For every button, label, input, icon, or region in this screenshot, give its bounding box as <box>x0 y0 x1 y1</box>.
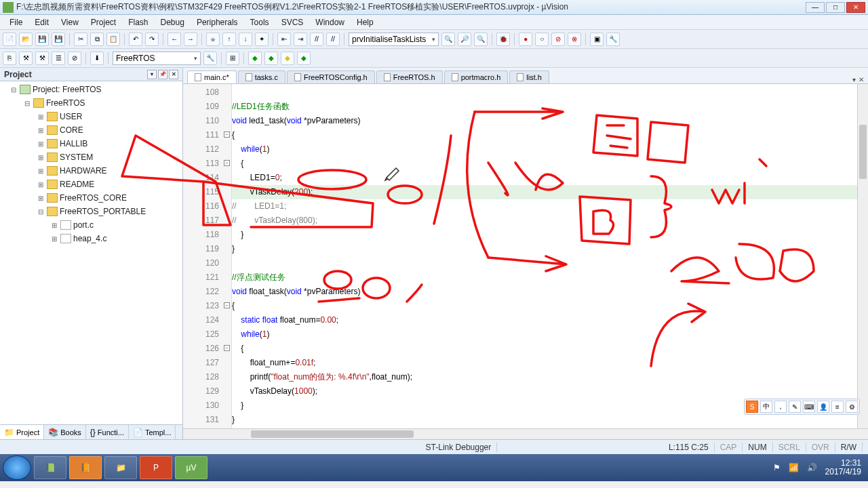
new-button[interactable]: 📄 <box>3 33 16 46</box>
nav-fwd-button[interactable]: → <box>184 33 197 46</box>
manage-button[interactable]: ⊞ <box>226 52 239 65</box>
find-in-files-button[interactable]: 🔎 <box>458 33 471 46</box>
incremental-find-button[interactable]: 🔍 <box>474 33 488 46</box>
tree-group-freertos_portable[interactable]: ⊟FreeRTOS_PORTABLE <box>0 205 182 218</box>
file-tab-tasks-c[interactable]: tasks.c <box>238 70 285 83</box>
manage-rte-button[interactable]: ◆ <box>248 52 262 65</box>
open-button[interactable]: 📂 <box>19 33 33 46</box>
tab-close-icon[interactable]: ✕ <box>859 76 864 83</box>
tray-volume-icon[interactable]: 🔊 <box>807 463 817 472</box>
tree-group-system[interactable]: ⊞SYSTEM <box>0 150 182 164</box>
debug-button[interactable]: 🐞 <box>496 33 510 46</box>
pane-pin-icon[interactable]: 📌 <box>158 70 167 79</box>
windows-taskbar[interactable]: 📗 📙 📁 P µV ⚑ 📶 🔊 12:31 2017/4/19 <box>0 454 868 481</box>
pane-close-icon[interactable]: ✕ <box>169 70 178 79</box>
breakpoint-kill-all-button[interactable]: ⊗ <box>568 33 581 46</box>
task-uvision[interactable]: µV <box>175 456 208 479</box>
tray-flag-icon[interactable]: ⚑ <box>773 463 781 472</box>
tree-target[interactable]: ⊟FreeRTOS <box>0 96 182 110</box>
indent-button[interactable]: ⇤ <box>277 33 291 46</box>
menu-project[interactable]: Project <box>85 16 121 28</box>
pane-tab-templ[interactable]: 📄Templ... <box>129 425 176 439</box>
build-button[interactable]: ⚒ <box>19 52 33 65</box>
ime-punct-button[interactable]: ， <box>774 401 787 413</box>
pack-install-button[interactable]: ◆ <box>281 52 294 65</box>
comment-button[interactable]: // <box>310 33 323 46</box>
menu-help[interactable]: Help <box>351 16 379 28</box>
menu-view[interactable]: View <box>56 16 84 28</box>
file-tab-main-c-[interactable]: main.c* <box>187 70 237 83</box>
ime-input-button[interactable]: ✎ <box>789 401 801 413</box>
uncomment-button[interactable]: // <box>326 33 340 46</box>
nav-back-button[interactable]: ← <box>167 33 181 46</box>
rebuild-button[interactable]: ⚒ <box>35 52 49 65</box>
bookmark-button[interactable]: ⍟ <box>206 33 220 46</box>
task-app-1[interactable]: 📗 <box>34 456 66 479</box>
find-button[interactable]: 🔍 <box>441 33 455 46</box>
find-combo[interactable]: prvInitialiseTaskLists <box>349 33 439 46</box>
code-area[interactable]: 108109110111−112113−11411511611711811912… <box>183 84 868 428</box>
file-tab-portmacro-h[interactable]: portmacro.h <box>444 70 509 83</box>
ime-logo-icon[interactable]: S <box>746 401 758 413</box>
task-powerpoint[interactable]: P <box>140 456 172 479</box>
pack-button[interactable]: ◆ <box>297 52 311 65</box>
menu-edit[interactable]: Edit <box>29 16 54 28</box>
maximize-button[interactable]: □ <box>826 2 845 13</box>
breakpoint-button[interactable]: ● <box>519 33 532 46</box>
file-tab-list-h[interactable]: list.h <box>509 70 549 83</box>
bookmark-clear-button[interactable]: ✦ <box>255 33 269 46</box>
menu-window[interactable]: Window <box>310 16 350 28</box>
target-options-button[interactable]: 🔧 <box>203 52 217 65</box>
menu-svcs[interactable]: SVCS <box>276 16 309 28</box>
target-combo[interactable]: FreeRTOS <box>113 52 201 65</box>
ime-lang-button[interactable]: 中 <box>760 401 772 413</box>
pane-tab-books[interactable]: 📚Books <box>44 425 86 439</box>
pane-tab-project[interactable]: 📁Project <box>0 425 44 439</box>
menu-file[interactable]: File <box>4 16 28 28</box>
tree-file-port-c[interactable]: ⊞port.c <box>0 218 182 232</box>
project-tree[interactable]: ⊟Project: FreeRTOS⊟FreeRTOS⊞USER⊞CORE⊞HA… <box>0 81 182 424</box>
batch-build-button[interactable]: ☰ <box>52 52 65 65</box>
pane-tab-functi[interactable]: {}Functi... <box>86 425 129 439</box>
save-all-button[interactable]: 💾 <box>52 33 65 46</box>
translate-button[interactable]: ⎘ <box>3 52 16 65</box>
tree-file-heap_4-c[interactable]: ⊞heap_4.c <box>0 232 182 245</box>
ime-menu-button[interactable]: ≡ <box>831 401 844 413</box>
ime-skin-button[interactable]: 👤 <box>817 401 829 413</box>
pane-dropdown-icon[interactable]: ▾ <box>147 70 157 79</box>
tree-group-user[interactable]: ⊞USER <box>0 110 182 123</box>
bookmark-next-button[interactable]: ↓ <box>239 33 252 46</box>
copy-button[interactable]: ⧉ <box>90 33 104 46</box>
tree-group-hardware[interactable]: ⊞HARDWARE <box>0 164 182 178</box>
tray-network-icon[interactable]: 📶 <box>789 463 799 472</box>
save-button[interactable]: 💾 <box>35 33 49 46</box>
undo-button[interactable]: ↶ <box>129 33 142 46</box>
outdent-button[interactable]: ⇥ <box>294 33 307 46</box>
vertical-scrollbar[interactable] <box>857 84 868 428</box>
breakpoint-disable-button[interactable]: ○ <box>535 33 549 46</box>
tab-list-icon[interactable]: ▾ <box>852 76 856 83</box>
bookmark-prev-button[interactable]: ↑ <box>222 33 236 46</box>
tray-clock[interactable]: 12:31 2017/4/19 <box>825 459 861 476</box>
ime-toolbar[interactable]: S 中 ， ✎ ⌨ 👤 ≡ ⚙ <box>744 399 860 415</box>
menu-flash[interactable]: Flash <box>123 16 153 28</box>
close-button[interactable]: ✕ <box>846 2 865 13</box>
menu-debug[interactable]: Debug <box>155 16 190 28</box>
code-text[interactable]: //LED1任务函数void led1_task(void *pvParamet… <box>232 84 857 428</box>
configure-button[interactable]: 🔧 <box>606 33 620 46</box>
menu-peripherals[interactable]: Peripherals <box>191 16 243 28</box>
ime-keyboard-button[interactable]: ⌨ <box>803 401 815 413</box>
cut-button[interactable]: ✂ <box>74 33 87 46</box>
tree-group-freertos_core[interactable]: ⊞FreeRTOS_CORE <box>0 191 182 205</box>
paste-button[interactable]: 📋 <box>106 33 120 46</box>
breakpoint-kill-button[interactable]: ⊘ <box>551 33 565 46</box>
tree-group-core[interactable]: ⊞CORE <box>0 123 182 137</box>
start-button[interactable] <box>3 455 31 480</box>
redo-button[interactable]: ↷ <box>145 33 159 46</box>
task-explorer[interactable]: 📁 <box>104 456 137 479</box>
tree-group-readme[interactable]: ⊞README <box>0 178 182 191</box>
ime-settings-button[interactable]: ⚙ <box>846 401 858 413</box>
file-tab-FreeRTOS-h[interactable]: FreeRTOS.h <box>376 70 443 83</box>
window-button[interactable]: ▣ <box>590 33 604 46</box>
menu-tools[interactable]: Tools <box>245 16 275 28</box>
